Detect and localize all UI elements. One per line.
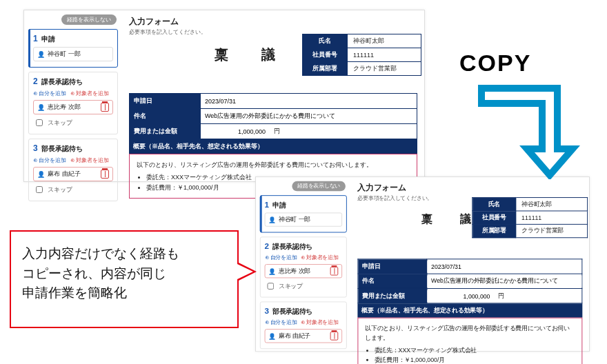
meta-empno-label: 社員番号 <box>303 48 348 62</box>
amount-label: 費用または金額 <box>358 288 427 303</box>
route-user-name: 麻布 由紀子 <box>48 170 81 179</box>
callout-line: 入力内容だけでなく経路も <box>22 244 226 264</box>
skip-checkbox[interactable] <box>267 283 274 290</box>
skip-label: スキップ <box>48 119 72 128</box>
date-label: 申請日 <box>358 259 427 274</box>
meta-dept-label: 所属部署 <box>303 62 348 76</box>
route-user-name: 恵比寿 次郎 <box>48 103 81 112</box>
step-title: 課長承認待ち <box>41 77 83 87</box>
explanation-callout: 入力内容だけでなく経路も コピーされ、内容が同じ 申請作業を簡略化 <box>10 230 239 328</box>
date-input[interactable] <box>427 261 494 272</box>
add-target-link[interactable]: 対象者を追加 <box>70 156 109 164</box>
user-icon: 👤 <box>268 216 276 223</box>
route-user-card[interactable]: 👤恵比寿 次郎 <box>33 100 113 114</box>
trash-icon[interactable] <box>101 170 109 179</box>
callout-line: 申請作業を簡略化 <box>22 283 226 303</box>
app-window-original: 経路を表示しない 1申請 👤神谷町 一郎 2課長承認待ち 自分を追加 対象者を追… <box>23 10 425 182</box>
add-target-link[interactable]: 対象者を追加 <box>70 90 109 97</box>
applicant-meta-table: 氏名神谷町太郎 社員番号111111 所属部署クラウド営業部 <box>472 197 588 238</box>
skip-checkbox[interactable] <box>36 119 43 126</box>
route-sidebar: 経路を表示しない 1申請 👤神谷町 一郎 2課長承認待ち 自分を追加 対象者を追… <box>24 10 122 181</box>
trash-icon[interactable] <box>330 332 339 341</box>
overview-bullet: 委託費用：￥1,000,000/月 <box>375 355 575 364</box>
add-self-link[interactable]: 自分を追加 <box>265 319 297 327</box>
add-target-link[interactable]: 対象者を追加 <box>301 319 339 327</box>
form-main: 入力フォーム 必要事項を記入してください。 稟 議 書 氏名神谷町太郎 社員番号… <box>351 177 589 351</box>
skip-label: スキップ <box>279 282 303 291</box>
route-step-2[interactable]: 2課長承認待ち 自分を追加 対象者を追加 👤恵比寿 次郎 スキップ <box>28 72 118 134</box>
meta-name-value: 神谷町太郎 <box>348 34 421 48</box>
route-step-3[interactable]: 3部長承認待ち 自分を追加 対象者を追加 👤麻布 由紀子 スキップ <box>28 139 118 201</box>
overview-body[interactable]: 以下のとおり、リスティング広告の運用を外部委託する費用についてお伺いします。 委… <box>357 318 582 364</box>
route-user-card[interactable]: 👤麻布 由紀子 <box>265 329 343 343</box>
amount-input[interactable] <box>427 290 494 301</box>
route-user-card[interactable]: 👤神谷町 一郎 <box>265 212 343 226</box>
subject-input[interactable] <box>427 275 581 287</box>
subject-input[interactable] <box>201 110 417 123</box>
subject-label: 件名 <box>358 274 427 288</box>
callout-line: コピーされ、内容が同じ <box>22 264 226 284</box>
skip-row[interactable]: スキップ <box>265 281 343 292</box>
route-user-card[interactable]: 👤神谷町 一郎 <box>33 47 113 61</box>
skip-row[interactable]: スキップ <box>33 184 113 195</box>
skip-label: スキップ <box>48 185 72 194</box>
overview-lead: 以下のとおり、リスティング広告の運用を外部委託する費用についてお伺いします。 <box>137 160 410 170</box>
route-user-name: 神谷町 一郎 <box>48 50 81 59</box>
route-user-card[interactable]: 👤麻布 由紀子 <box>33 167 113 181</box>
meta-empno-label: 社員番号 <box>472 211 516 224</box>
date-input[interactable] <box>201 95 277 108</box>
step-number: 2 <box>265 241 269 251</box>
date-label: 申請日 <box>130 94 201 109</box>
trash-icon[interactable] <box>101 103 109 112</box>
form-main: 入力フォーム 必要事項を記入してください。 稟 議 書 氏名神谷町太郎 社員番号… <box>122 10 424 181</box>
step-number: 3 <box>33 143 38 153</box>
meta-name-label: 氏名 <box>472 198 516 211</box>
route-user-card[interactable]: 👤恵比寿 次郎 <box>265 264 343 278</box>
add-target-link[interactable]: 対象者を追加 <box>301 254 339 262</box>
meta-dept-value: クラウド営業部 <box>348 62 421 76</box>
user-icon: 👤 <box>37 171 45 178</box>
step-number: 3 <box>265 306 269 316</box>
meta-empno-value: 111111 <box>348 48 421 62</box>
skip-row[interactable]: スキップ <box>33 117 113 128</box>
route-user-name: 神谷町 一郎 <box>279 215 310 224</box>
app-window-copy: 経路を表示しない 1申請 👤神谷町 一郎 2課長承認待ち 自分を追加 対象者を追… <box>255 176 590 352</box>
route-step-3[interactable]: 3部長承認待ち 自分を追加 対象者を追加 👤麻布 由紀子 <box>260 301 347 349</box>
overview-label: 概要（※品名、相手先名、想定される効果等） <box>357 303 582 317</box>
step-number: 1 <box>265 200 269 210</box>
overview-label: 概要（※品名、相手先名、想定される効果等） <box>129 139 417 154</box>
user-icon: 👤 <box>37 51 45 58</box>
ringi-form-table: 申請日 件名 費用または金額円 <box>357 259 582 303</box>
add-self-link[interactable]: 自分を追加 <box>265 254 297 262</box>
route-user-name: 恵比寿 次郎 <box>279 267 310 276</box>
overview-bullet: 委託先：XXXマーケティング株式会社 <box>375 345 575 355</box>
step-title: 課長承認待ち <box>272 242 312 252</box>
step-title: 申請 <box>272 201 286 210</box>
meta-dept-label: 所属部署 <box>472 224 516 237</box>
skip-checkbox[interactable] <box>36 186 43 193</box>
subject-label: 件名 <box>130 109 201 124</box>
amount-unit: 円 <box>494 292 508 301</box>
overview-lead: 以下のとおり、リスティング広告の運用を外部委託する費用についてお伺いします。 <box>365 323 575 343</box>
route-user-name: 麻布 由紀子 <box>279 332 310 341</box>
route-step-1[interactable]: 1申請 👤神谷町 一郎 <box>260 195 347 232</box>
meta-empno-value: 111111 <box>516 211 588 224</box>
route-step-2[interactable]: 2課長承認待ち 自分を追加 対象者を追加 👤恵比寿 次郎 スキップ <box>260 236 347 297</box>
step-title: 部長承認待ち <box>272 307 312 316</box>
amount-unit: 円 <box>270 127 284 136</box>
hide-route-pill[interactable]: 経路を表示しない <box>61 14 117 25</box>
applicant-meta-table: 氏名神谷町太郎 社員番号111111 所属部署クラウド営業部 <box>302 34 421 76</box>
step-number: 1 <box>33 34 38 43</box>
user-icon: 👤 <box>268 332 276 339</box>
meta-name-value: 神谷町太郎 <box>516 198 588 211</box>
amount-label: 費用または金額 <box>130 124 201 139</box>
hide-route-pill[interactable]: 経路を表示しない <box>292 181 346 192</box>
route-step-1[interactable]: 1申請 👤神谷町 一郎 <box>28 29 118 68</box>
meta-dept-value: クラウド営業部 <box>516 224 588 237</box>
form-heading: 入力フォーム <box>357 183 582 194</box>
form-heading: 入力フォーム <box>129 16 417 28</box>
add-self-link[interactable]: 自分を追加 <box>33 156 66 164</box>
amount-input[interactable] <box>201 125 270 138</box>
add-self-link[interactable]: 自分を追加 <box>33 90 66 97</box>
trash-icon[interactable] <box>330 267 339 276</box>
